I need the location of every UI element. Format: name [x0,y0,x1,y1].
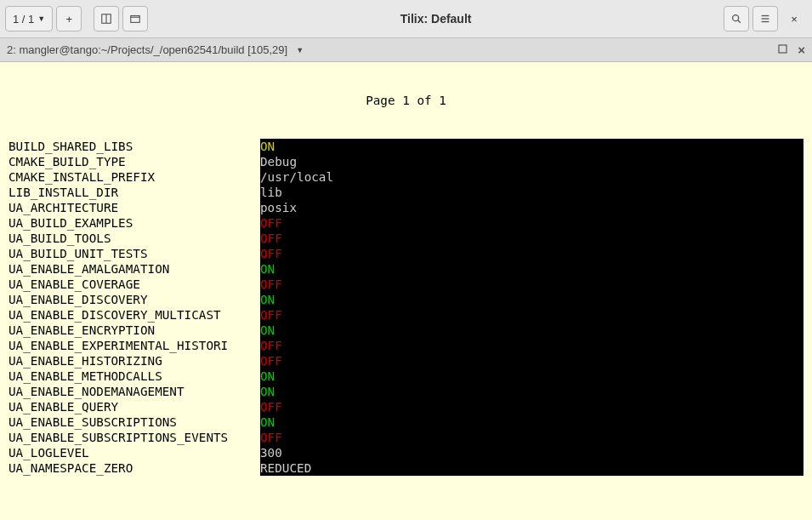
close-icon: × [798,43,805,57]
option-value: ON [260,384,803,399]
option-key: UA_BUILD_UNIT_TESTS [0,246,260,261]
option-key: UA_BUILD_EXAMPLES [0,215,260,231]
spacer [0,506,812,520]
option-value: OFF [260,277,803,292]
cmake-option-row[interactable]: UA_BUILD_UNIT_TESTSOFF [0,246,812,261]
terminal-tabbar: 2: mangler@tango:~/Projects/_/open62541/… [0,38,812,62]
session-counter-label: 1 / 1 [13,13,34,26]
cmake-option-row[interactable]: CMAKE_INSTALL_PREFIX/usr/local [0,169,812,185]
active-tab[interactable]: 2: mangler@tango:~/Projects/_/open62541/… [7,43,778,56]
option-key: UA_ENABLE_METHODCALLS [0,369,260,384]
maximize-icon [778,44,787,54]
option-key: LIB_INSTALL_DIR [0,185,260,200]
menu-button[interactable] [752,6,778,31]
option-value: ON [260,369,803,384]
cmake-option-row[interactable]: UA_ENABLE_METHODCALLSON [0,369,812,384]
cmake-option-row[interactable]: UA_BUILD_EXAMPLESOFF [0,215,812,231]
fullscreen-icon [129,13,141,25]
cmake-option-row[interactable]: UA_ENABLE_HISTORIZINGOFF [0,353,812,369]
option-key: UA_BUILD_TOOLS [0,231,260,246]
cmake-option-row[interactable]: UA_NAMESPACE_ZEROREDUCED [0,460,812,476]
split-icon [100,13,112,25]
option-key: UA_ENABLE_AMALGAMATION [0,261,260,277]
option-value: Debug [260,154,803,169]
option-value: ON [260,292,803,307]
option-key: UA_ENABLE_COVERAGE [0,277,260,292]
option-value: OFF [260,353,803,369]
window-titlebar: 1 / 1 ▼ + Tilix: Default × [0,0,812,38]
cmake-option-row[interactable]: UA_ENABLE_SUBSCRIPTIONS_EVENTSOFF [0,430,812,445]
cmake-option-row[interactable]: UA_ENABLE_NODEMANAGEMENTON [0,384,812,399]
option-key: UA_ENABLE_DISCOVERY [0,292,260,307]
option-key: UA_ENABLE_SUBSCRIPTIONS [0,414,260,430]
option-key: BUILD_SHARED_LIBS [0,139,260,154]
option-value: OFF [260,338,803,353]
option-value: lib [260,185,803,200]
option-key: CMAKE_INSTALL_PREFIX [0,169,260,185]
option-key: UA_ENABLE_NODEMANAGEMENT [0,384,260,399]
close-window-button[interactable]: × [781,6,807,31]
svg-point-4 [733,15,739,21]
option-key: UA_ARCHITECTURE [0,200,260,215]
search-button[interactable] [724,6,749,31]
split-terminal-button[interactable] [94,6,119,31]
option-key: UA_ENABLE_QUERY [0,399,260,414]
cmake-option-row[interactable]: UA_ENABLE_EXPERIMENTAL_HISTORIOFF [0,338,812,353]
session-counter-button[interactable]: 1 / 1 ▼ [5,6,53,31]
plus-icon: + [65,13,72,26]
cmake-option-row[interactable]: UA_ENABLE_SUBSCRIPTIONSON [0,414,812,430]
cmake-option-row[interactable]: UA_ENABLE_QUERYOFF [0,399,812,414]
option-key: UA_ENABLE_ENCRYPTION [0,323,260,338]
close-tab-button[interactable]: × [798,43,805,57]
option-key: UA_NAMESPACE_ZERO [0,460,260,476]
option-value: OFF [260,215,803,231]
hamburger-icon [759,13,771,25]
add-session-button[interactable]: + [56,6,82,31]
cmake-option-row[interactable]: LIB_INSTALL_DIRlib [0,185,812,200]
cmake-option-row[interactable]: UA_LOGLEVEL300 [0,445,812,460]
option-value: OFF [260,246,803,261]
titlebar-right-controls: × [724,6,807,31]
cmake-option-row[interactable]: UA_ENABLE_DISCOVERYON [0,292,812,307]
cmake-option-row[interactable]: UA_ENABLE_COVERAGEOFF [0,277,812,292]
cmake-option-row[interactable]: CMAKE_BUILD_TYPEDebug [0,154,812,169]
svg-rect-9 [779,45,786,53]
cmake-option-row[interactable]: UA_ARCHITECTUREposix [0,200,812,215]
option-value: ON [260,261,803,277]
option-value: 300 [260,445,803,460]
cmake-option-row[interactable]: UA_ENABLE_ENCRYPTIONON [0,323,812,338]
cmake-options-list: BUILD_SHARED_LIBSONCMAKE_BUILD_TYPEDebug… [0,139,812,476]
option-value: OFF [260,399,803,414]
option-value: ON [260,323,803,338]
svg-rect-2 [131,16,140,23]
tab-title: 2: mangler@tango:~/Projects/_/open62541/… [7,43,287,56]
option-value: posix [260,200,803,215]
option-key: UA_ENABLE_DISCOVERY_MULTICAST [0,307,260,323]
cmake-option-row[interactable]: UA_BUILD_TOOLSOFF [0,231,812,246]
cmake-option-row[interactable]: UA_ENABLE_AMALGAMATIONON [0,261,812,277]
option-key: UA_ENABLE_SUBSCRIPTIONS_EVENTS [0,430,260,445]
search-icon [730,13,742,25]
option-key: UA_ENABLE_HISTORIZING [0,353,260,369]
terminal-viewport[interactable]: Page 1 of 1 BUILD_SHARED_LIBSONCMAKE_BUI… [0,62,812,520]
option-key: UA_LOGLEVEL [0,445,260,460]
option-key: CMAKE_BUILD_TYPE [0,154,260,169]
option-value: ON [260,139,803,154]
close-icon: × [791,13,798,26]
fullscreen-button[interactable] [122,6,148,31]
chevron-down-icon: ▼ [296,46,304,54]
option-value: /usr/local [260,169,803,185]
option-value: OFF [260,307,803,323]
cmake-option-row[interactable]: BUILD_SHARED_LIBSON [0,139,812,154]
maximize-tab-button[interactable] [778,44,787,55]
window-title: Tilix: Default [148,12,724,26]
page-indicator: Page 1 of 1 [0,93,812,108]
svg-line-5 [738,20,741,23]
option-value: OFF [260,430,803,445]
option-value: OFF [260,231,803,246]
cmake-option-row[interactable]: UA_ENABLE_DISCOVERY_MULTICASTOFF [0,307,812,323]
option-value: ON [260,414,803,430]
titlebar-left-controls: 1 / 1 ▼ + [5,6,148,31]
option-value: REDUCED [260,460,803,476]
option-key: UA_ENABLE_EXPERIMENTAL_HISTORI [0,338,260,353]
